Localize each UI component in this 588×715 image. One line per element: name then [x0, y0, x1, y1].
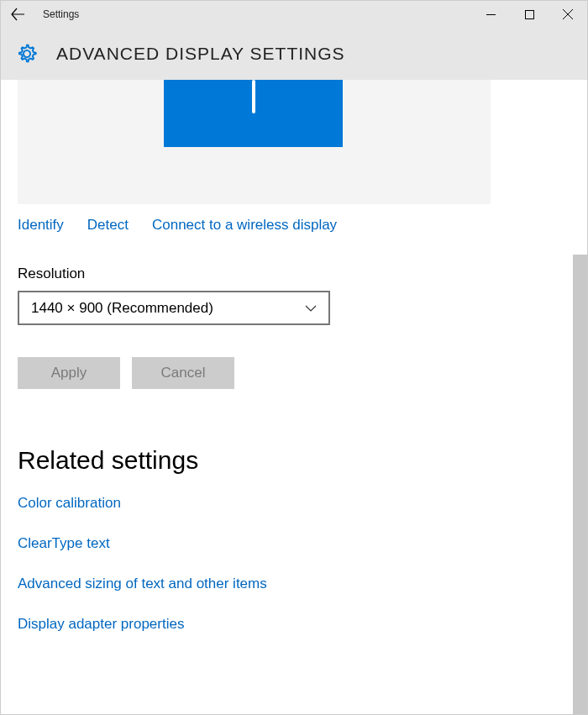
resolution-section: Resolution 1440 × 900 (Recommended): [1, 234, 573, 325]
minimize-icon: [486, 10, 496, 19]
content: Identify Detect Connect to a wireless di…: [1, 80, 573, 714]
related-settings-heading: Related settings: [1, 389, 573, 475]
page-title: ADVANCED DISPLAY SETTINGS: [56, 44, 345, 64]
resolution-value: 1440 × 900 (Recommended): [31, 300, 213, 317]
monitor-1[interactable]: [164, 80, 343, 147]
maximize-button[interactable]: [510, 1, 549, 28]
detect-link[interactable]: Detect: [87, 217, 129, 234]
resolution-select[interactable]: 1440 × 900 (Recommended): [18, 291, 330, 325]
scrollbar-thumb[interactable]: [573, 255, 587, 714]
advanced-sizing-link[interactable]: Advanced sizing of text and other items: [18, 576, 556, 592]
back-arrow-icon: [10, 7, 25, 22]
cancel-button[interactable]: Cancel: [132, 357, 234, 389]
settings-gear-icon: [16, 43, 38, 65]
svg-rect-1: [525, 10, 533, 18]
chevron-down-icon: [305, 302, 317, 314]
window-controls: [471, 1, 587, 28]
content-wrapper: Identify Detect Connect to a wireless di…: [1, 80, 587, 714]
window-title: Settings: [43, 8, 79, 20]
titlebar-left: Settings: [9, 6, 79, 23]
resolution-label: Resolution: [18, 265, 556, 282]
titlebar: Settings: [1, 1, 587, 28]
adapter-properties-link[interactable]: Display adapter properties: [18, 616, 556, 633]
display-actions: Identify Detect Connect to a wireless di…: [1, 204, 573, 234]
color-calibration-link[interactable]: Color calibration: [18, 495, 556, 512]
monitor-divider: [252, 80, 255, 113]
close-icon: [563, 9, 573, 19]
back-button[interactable]: [9, 6, 26, 23]
identify-link[interactable]: Identify: [18, 217, 64, 234]
monitor-preview-area: [18, 80, 491, 204]
scrollbar[interactable]: [573, 80, 587, 714]
related-settings-links: Color calibration ClearType text Advance…: [1, 475, 573, 633]
monitor-preview-wrap: [1, 80, 573, 204]
maximize-icon: [525, 10, 534, 19]
cleartype-link[interactable]: ClearType text: [18, 535, 556, 552]
close-button[interactable]: [549, 1, 587, 28]
page-header: ADVANCED DISPLAY SETTINGS: [1, 28, 587, 80]
button-row: Apply Cancel: [1, 325, 573, 389]
minimize-button[interactable]: [471, 1, 510, 28]
connect-wireless-link[interactable]: Connect to a wireless display: [152, 217, 337, 234]
apply-button[interactable]: Apply: [18, 357, 120, 389]
